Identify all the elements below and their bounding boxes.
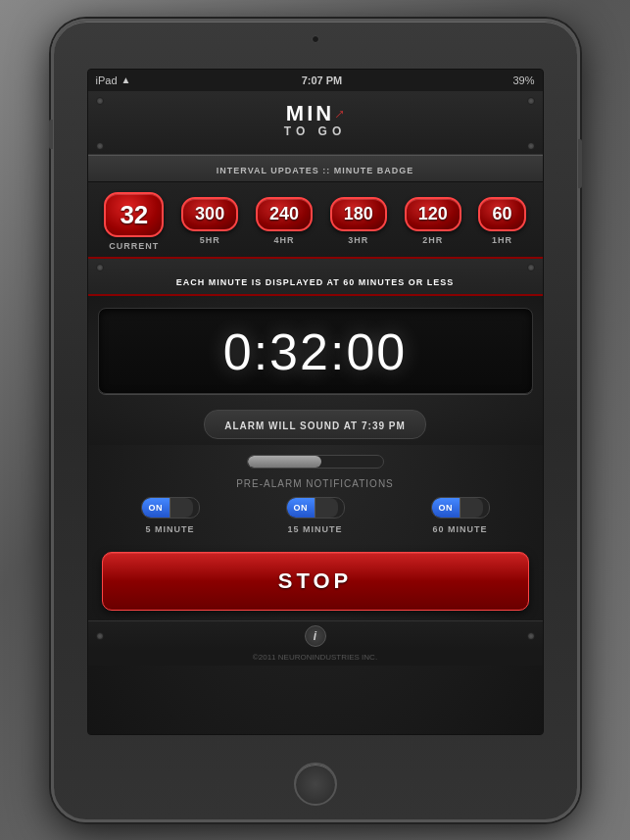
badge-3hr[interactable]: 180 (330, 197, 387, 231)
badge-5hr[interactable]: 300 (181, 197, 238, 231)
badge-5hr-number: 300 (195, 204, 224, 223)
badge-2hr[interactable]: 120 (405, 197, 461, 231)
progress-section (88, 445, 543, 472)
badge-item-5hr: 300 5HR (181, 197, 238, 245)
timer-section: 0:32:00 ALARM WILL SOUND AT 7:39 PM (88, 296, 543, 445)
badge-4hr[interactable]: 240 (256, 197, 313, 231)
badge-3hr-label: 3HR (348, 235, 368, 245)
toggle-60min: ON 60 MINUTE (431, 497, 490, 534)
toggle-5min-switch[interactable]: ON (141, 497, 200, 519)
info-screw-left (96, 632, 104, 640)
stop-section: STOP (88, 546, 543, 620)
volume-button[interactable] (49, 120, 53, 149)
stop-button[interactable]: STOP (102, 552, 529, 611)
alarm-text: ALARM WILL SOUND AT 7:39 PM (224, 420, 406, 431)
device-label: iPad (96, 74, 118, 86)
progress-track (247, 455, 384, 469)
badge-item-2hr: 120 2HR (405, 197, 461, 245)
toggle-15min-label: 15 MINUTE (287, 524, 342, 534)
toggle-60min-off (460, 498, 483, 518)
stop-label: STOP (278, 568, 353, 593)
interval-header: INTERVAL UPDATES :: MINUTE BADGE (88, 155, 543, 182)
info-icon[interactable]: i (305, 625, 326, 647)
badge-current-number: 32 (120, 200, 148, 229)
info-bar: i (88, 620, 543, 651)
badge-1hr-label: 1HR (492, 235, 512, 245)
home-button[interactable] (294, 763, 337, 806)
badge-1hr[interactable]: 60 (478, 197, 525, 231)
logo-min: MIN (286, 101, 334, 126)
info-screw-right (527, 632, 535, 640)
toggle-15min-on: ON (287, 498, 315, 518)
progress-fill (248, 456, 322, 468)
camera (312, 35, 319, 43)
prealarm-title: PRE-ALARM NOTIFICATIONS (98, 478, 533, 489)
status-bar: iPad ▲ 7:07 PM 39% (88, 70, 543, 91)
warning-screw-left (96, 264, 104, 272)
badge-3hr-number: 180 (344, 204, 373, 223)
badge-1hr-number: 60 (492, 204, 511, 223)
badge-5hr-label: 5HR (200, 235, 220, 245)
toggle-5min-label: 5 MINUTE (145, 524, 194, 534)
screw-bottom-right (527, 142, 535, 150)
screw-bottom-left (96, 142, 104, 150)
badge-item-4hr: 240 4HR (256, 197, 313, 245)
warning-bar: EACH MINUTE IS DISPLAYED AT 60 MINUTES O… (88, 257, 543, 296)
copyright-text: ©2011 NEURONINDUSTRIES INC. (253, 653, 377, 662)
badge-current[interactable]: 32 (104, 192, 164, 237)
toggle-5min-off (170, 498, 193, 518)
logo-header: MIN ↑ TO GO (88, 91, 543, 155)
alarm-pill: ALARM WILL SOUND AT 7:39 PM (204, 410, 426, 439)
badge-2hr-number: 120 (418, 204, 448, 223)
badges-row: 32 CURRENT 300 5HR 240 4HR (88, 182, 543, 257)
screw-top-left (96, 97, 104, 105)
badge-4hr-label: 4HR (273, 235, 294, 245)
status-time: 7:07 PM (302, 74, 343, 86)
toggle-60min-on: ON (432, 498, 460, 518)
toggle-15min: ON 15 MINUTE (286, 497, 345, 534)
toggle-5min: ON 5 MINUTE (141, 497, 200, 534)
toggle-15min-switch[interactable]: ON (286, 497, 345, 519)
badge-2hr-label: 2HR (422, 235, 443, 245)
toggles-row: ON 5 MINUTE ON 15 MINUTE (98, 497, 533, 534)
toggle-5min-on: ON (142, 498, 170, 518)
status-left: iPad ▲ (96, 74, 131, 86)
app-content: MIN ↑ TO GO INTERVAL UPDATES :: MINUTE B… (88, 91, 543, 734)
ipad-frame: iPad ▲ 7:07 PM 39% MIN ↑ TO GO (51, 19, 580, 822)
badge-item-3hr: 180 3HR (330, 197, 387, 245)
power-button[interactable] (578, 139, 582, 188)
prealarm-section: PRE-ALARM NOTIFICATIONS ON 5 MINUTE ON (88, 472, 543, 546)
toggle-60min-label: 60 MINUTE (432, 524, 487, 534)
logo-togo: TO GO (88, 124, 543, 138)
interval-title: INTERVAL UPDATES :: MINUTE BADGE (217, 166, 413, 175)
timer-text: 0:32:00 (223, 323, 408, 380)
badge-item-1hr: 60 1HR (478, 197, 525, 245)
battery-indicator: 39% (512, 74, 534, 86)
toggle-60min-switch[interactable]: ON (431, 497, 490, 519)
timer-display: 0:32:00 (98, 308, 533, 394)
copyright-bar: ©2011 NEURONINDUSTRIES INC. (88, 651, 543, 666)
warning-text: EACH MINUTE IS DISPLAYED AT 60 MINUTES O… (176, 277, 455, 287)
toggle-15min-off (315, 498, 338, 518)
badge-current-label: CURRENT (109, 241, 159, 251)
warning-screw-right (527, 264, 535, 272)
badge-item-current: 32 CURRENT (104, 192, 164, 251)
screen: iPad ▲ 7:07 PM 39% MIN ↑ TO GO (87, 69, 544, 735)
wifi-icon: ▲ (121, 74, 131, 85)
badge-4hr-number: 240 (269, 204, 299, 223)
screw-top-right (527, 97, 535, 105)
